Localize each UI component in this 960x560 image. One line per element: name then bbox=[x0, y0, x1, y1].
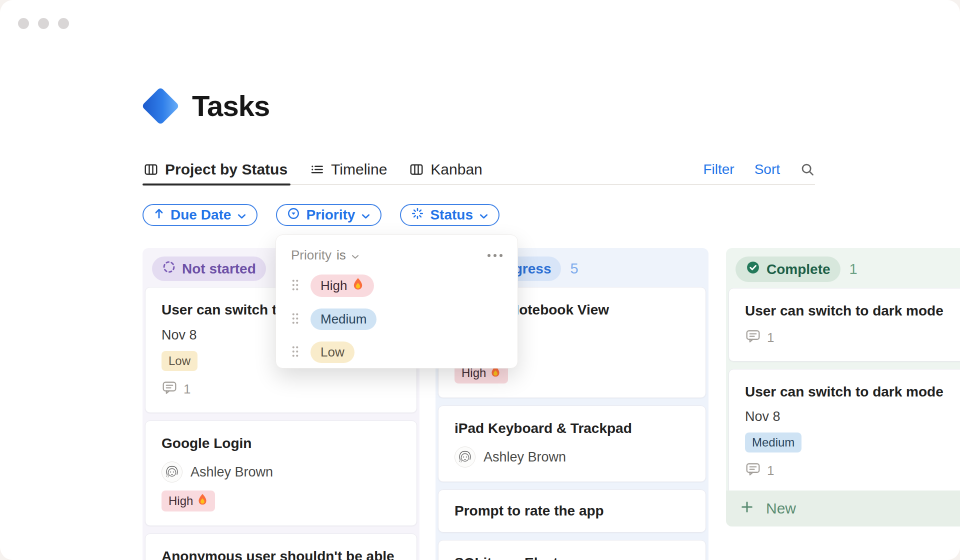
window-dot[interactable] bbox=[38, 18, 49, 29]
arrow-up-icon bbox=[154, 207, 164, 223]
window-dot[interactable] bbox=[58, 18, 69, 29]
tab-project-by-status[interactable]: Project by Status bbox=[144, 155, 288, 184]
priority-tag[interactable]: Medium bbox=[745, 432, 802, 452]
more-options-icon[interactable] bbox=[488, 254, 502, 257]
comment-number: 1 bbox=[767, 330, 774, 346]
task-card[interactable]: Google Login Ashley Brown High bbox=[145, 420, 417, 526]
priority-select-icon bbox=[287, 207, 300, 224]
assignee-row: Ashley Brown bbox=[162, 462, 400, 482]
option-label: Low bbox=[320, 344, 344, 360]
tab-label: Kanban bbox=[430, 161, 482, 178]
tab-kanban[interactable]: Kanban bbox=[409, 155, 482, 184]
chip-label: Due Date bbox=[170, 207, 231, 223]
tab-label: Timeline bbox=[331, 161, 387, 178]
column-complete: Complete 1 User can switch to dark mode … bbox=[726, 248, 960, 526]
priority-filter-chip[interactable]: Priority bbox=[276, 204, 382, 226]
comment-number: 1 bbox=[184, 382, 190, 397]
avatar bbox=[162, 462, 182, 482]
tab-label: Project by Status bbox=[165, 161, 288, 178]
status-badge[interactable]: Complete bbox=[736, 256, 840, 282]
popover-option-medium[interactable]: Medium bbox=[291, 308, 502, 330]
check-circle-icon bbox=[746, 260, 760, 278]
column-name: Not started bbox=[182, 261, 256, 277]
task-card[interactable]: User can switch to dark mode 1 bbox=[728, 288, 960, 362]
comment-count: 1 bbox=[745, 462, 960, 480]
chevron-down-icon bbox=[237, 207, 246, 223]
task-card[interactable]: SQLite on Electron bbox=[438, 540, 706, 560]
chip-label: Status bbox=[430, 207, 473, 223]
priority-filter-popover: Priority is High bbox=[276, 234, 518, 368]
assignee-name: Ashley Brown bbox=[484, 450, 566, 465]
window-dot[interactable] bbox=[18, 18, 29, 29]
popover-option-low[interactable]: Low bbox=[291, 342, 502, 363]
comment-count: 1 bbox=[745, 328, 960, 347]
view-tabs: Project by Status Timeline Kanban Filter bbox=[144, 155, 815, 185]
task-card[interactable]: User can switch to dark mode Nov 8 Mediu… bbox=[728, 369, 960, 495]
board-view-icon bbox=[144, 162, 158, 177]
chevron-down-icon bbox=[351, 248, 360, 263]
chip-label: Priority bbox=[306, 207, 355, 223]
task-title: SQLite on Electron bbox=[454, 554, 690, 560]
add-new-card-button[interactable]: New bbox=[726, 490, 960, 526]
column-header: Complete 1 bbox=[726, 248, 960, 288]
task-card[interactable]: iPad Keyboard & Trackpad Ashley Brown bbox=[438, 406, 706, 482]
option-label: High bbox=[320, 278, 347, 294]
priority-label: Medium bbox=[752, 436, 794, 450]
filter-button[interactable]: Filter bbox=[703, 162, 734, 178]
popover-field: Priority bbox=[291, 248, 332, 263]
task-card[interactable]: Anonymous user shouldn't be able bbox=[145, 534, 417, 560]
status-spinner-icon bbox=[411, 207, 424, 224]
assignee-name: Ashley Brown bbox=[190, 464, 273, 480]
priority-label: Low bbox=[168, 354, 190, 368]
timeline-view-icon bbox=[310, 162, 324, 177]
task-title: User can switch to dark mode bbox=[745, 302, 960, 320]
comment-icon bbox=[162, 380, 178, 398]
chevron-down-icon bbox=[361, 207, 370, 223]
avatar bbox=[454, 446, 476, 468]
column-count: 5 bbox=[570, 260, 578, 277]
search-icon[interactable] bbox=[800, 162, 815, 177]
kanban-view-icon bbox=[409, 162, 424, 177]
task-card[interactable]: Prompt to rate the app bbox=[438, 490, 706, 532]
status-filter-chip[interactable]: Status bbox=[400, 204, 500, 226]
popover-option-high[interactable]: High bbox=[291, 274, 502, 297]
priority-tag[interactable]: High bbox=[162, 490, 215, 512]
plus-icon bbox=[740, 500, 754, 518]
priority-label: High bbox=[168, 494, 193, 508]
app-window: Tasks Project by Status Timeline bbox=[0, 0, 960, 560]
tab-timeline[interactable]: Timeline bbox=[310, 155, 387, 184]
priority-tag[interactable]: Low bbox=[162, 351, 198, 371]
option-label: Medium bbox=[320, 312, 366, 327]
dashed-circle-icon bbox=[162, 260, 176, 278]
popover-header[interactable]: Priority is bbox=[291, 248, 502, 263]
drag-handle-icon[interactable] bbox=[291, 312, 300, 327]
task-title: User can switch to dark mode bbox=[745, 384, 960, 400]
window-controls[interactable] bbox=[18, 18, 69, 29]
new-button-label: New bbox=[766, 500, 796, 517]
comment-icon bbox=[745, 328, 761, 347]
column-count: 1 bbox=[850, 261, 858, 278]
task-title: Prompt to rate the app bbox=[454, 502, 690, 520]
fire-icon bbox=[197, 494, 208, 508]
comment-count: 1 bbox=[162, 380, 400, 398]
task-due-date: Nov 8 bbox=[745, 409, 960, 424]
drag-handle-icon[interactable] bbox=[291, 345, 300, 360]
comment-icon bbox=[745, 462, 761, 480]
comment-number: 1 bbox=[767, 463, 774, 478]
assignee-row: Ashley Brown bbox=[454, 446, 690, 468]
task-title: iPad Keyboard & Trackpad bbox=[454, 420, 690, 437]
chevron-down-icon bbox=[479, 207, 488, 223]
task-title: Anonymous user shouldn't be able bbox=[162, 548, 400, 560]
page-header: Tasks bbox=[144, 89, 270, 122]
blue-diamond-icon bbox=[142, 86, 180, 124]
due-date-filter-chip[interactable]: Due Date bbox=[142, 204, 258, 226]
popover-operator: is bbox=[336, 248, 346, 263]
active-filter-chips: Due Date Priority bbox=[142, 204, 500, 226]
drag-handle-icon[interactable] bbox=[291, 278, 300, 294]
fire-icon bbox=[352, 278, 364, 294]
column-name: Complete bbox=[766, 262, 830, 278]
sort-button[interactable]: Sort bbox=[754, 162, 780, 178]
task-title: Google Login bbox=[162, 435, 400, 452]
status-badge[interactable]: Not started bbox=[152, 256, 266, 281]
page-title: Tasks bbox=[192, 89, 270, 122]
